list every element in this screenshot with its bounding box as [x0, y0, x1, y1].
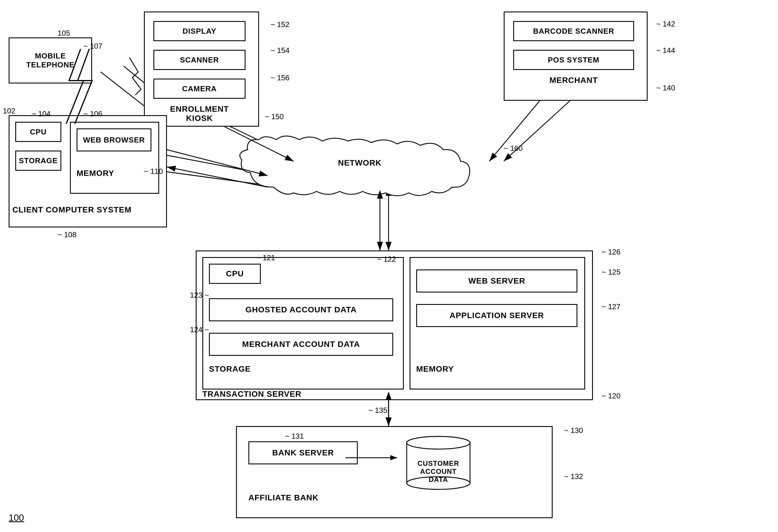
memory-label-client: MEMORY [77, 169, 151, 178]
ref-142: ~ 142 [656, 19, 675, 28]
network-cloud: NETWORK [230, 135, 489, 204]
barcode-scanner-label: BARCODE SCANNER [533, 27, 614, 36]
display-box: DISPLAY [153, 21, 245, 41]
customer-account-label: CUSTOMER ACCOUNT DATA [404, 451, 473, 484]
barcode-scanner-box: BARCODE SCANNER [513, 21, 634, 41]
app-server-box: APPLICATION SERVER [416, 304, 577, 327]
ref-108: ~ 108 [58, 230, 77, 239]
ref-152: ~ 152 [270, 20, 290, 29]
transaction-server-label: TRANSACTION SERVER [202, 389, 433, 399]
ref-135: ~ 135 [369, 406, 387, 415]
ref-126: ~ 126 [602, 247, 621, 256]
ghosted-account-label: GHOSTED ACCOUNT DATA [245, 305, 357, 314]
ref-130: ~ 130 [564, 426, 583, 435]
memory-label-ts: MEMORY [416, 365, 577, 374]
cpu-box-client: CPU [15, 122, 61, 142]
enrollment-kiosk-label: ENROLLMENT KIOSK [153, 104, 245, 123]
web-server-box: WEB SERVER [416, 270, 577, 293]
ref-150: ~ 150 [265, 112, 284, 121]
web-browser-label: WEB BROWSER [83, 136, 145, 145]
ref-154: ~ 154 [270, 46, 290, 55]
ref-107: ~ 107 [83, 42, 102, 51]
memory-outer-ts: WEB SERVER APPLICATION SERVER MEMORY [409, 257, 585, 389]
ref-121: ~ 121 [256, 253, 275, 262]
scanner-box: SCANNER [153, 50, 245, 70]
merchant-outer: BARCODE SCANNER POS SYSTEM MERCHANT [504, 11, 648, 101]
ref-102: 102 [3, 106, 15, 116]
cpu-label-client: CPU [30, 128, 47, 137]
ref-105: 105 [58, 29, 70, 38]
network-label: NETWORK [230, 158, 489, 167]
client-computer-outer: CPU STORAGE WEB BROWSER MEMORY CLIENT CO… [9, 115, 167, 227]
storage-label-client: STORAGE [19, 156, 58, 165]
enrollment-kiosk-outer: DISPLAY SCANNER CAMERA ENROLLMENT KIOSK [144, 11, 259, 127]
merchant-account-label: MERCHANT ACCOUNT DATA [242, 340, 360, 349]
ref-100: 100 [9, 513, 24, 523]
affiliate-bank-outer: BANK SERVER CUSTOMER ACCOUNT DATA AFFILI… [236, 426, 553, 518]
storage-label-ts: STORAGE [209, 365, 393, 374]
ref-144: ~ 144 [656, 46, 675, 55]
cpu-label-ts: CPU [226, 269, 244, 278]
ref-125: ~ 125 [602, 268, 621, 277]
bank-server-label: BANK SERVER [272, 448, 334, 457]
ref-156: ~ 156 [270, 73, 290, 82]
display-label: DISPLAY [182, 27, 216, 36]
bank-server-box: BANK SERVER [248, 441, 358, 464]
storage-box-client: STORAGE [15, 151, 61, 171]
ref-120: ~ 120 [602, 391, 621, 400]
camera-label: CAMERA [182, 84, 217, 93]
merchant-label: MERCHANT [513, 76, 634, 85]
ref-160: ~ 160 [504, 144, 523, 153]
customer-account-data: CUSTOMER ACCOUNT DATA [404, 436, 473, 493]
svg-point-15 [407, 437, 470, 449]
ref-124: 124 ~ [190, 325, 209, 334]
ref-131: ~ 131 [285, 432, 304, 441]
web-browser-box: WEB BROWSER [77, 128, 151, 151]
client-computer-label: CLIENT COMPUTER SYSTEM [12, 205, 165, 215]
affiliate-bank-label: AFFILIATE BANK [248, 493, 392, 502]
camera-box: CAMERA [153, 79, 245, 99]
scanner-label: SCANNER [180, 56, 219, 65]
cpu-box-ts: CPU [209, 264, 261, 284]
ref-132: ~ 132 [564, 472, 583, 481]
transaction-server-outer: CPU GHOSTED ACCOUNT DATA MERCHANT ACCOUN… [196, 250, 593, 400]
ref-104: ~ 104 [32, 109, 51, 118]
ref-122: ~ 122 [377, 255, 396, 264]
web-server-label: WEB SERVER [468, 276, 525, 286]
ghosted-account-box: GHOSTED ACCOUNT DATA [209, 298, 393, 321]
ref-140: ~ 140 [656, 83, 675, 92]
ref-127: ~ 127 [602, 302, 621, 311]
ref-123: 123 ~ [190, 291, 209, 300]
ref-110: ~ 110 [144, 167, 163, 176]
merchant-account-box: MERCHANT ACCOUNT DATA [209, 333, 393, 356]
memory-box-client: WEB BROWSER MEMORY [70, 122, 159, 194]
pos-system-label: POS SYSTEM [548, 56, 599, 65]
app-server-label: APPLICATION SERVER [450, 311, 544, 320]
pos-system-box: POS SYSTEM [513, 50, 634, 70]
storage-outer-ts: CPU GHOSTED ACCOUNT DATA MERCHANT ACCOUN… [202, 257, 404, 389]
